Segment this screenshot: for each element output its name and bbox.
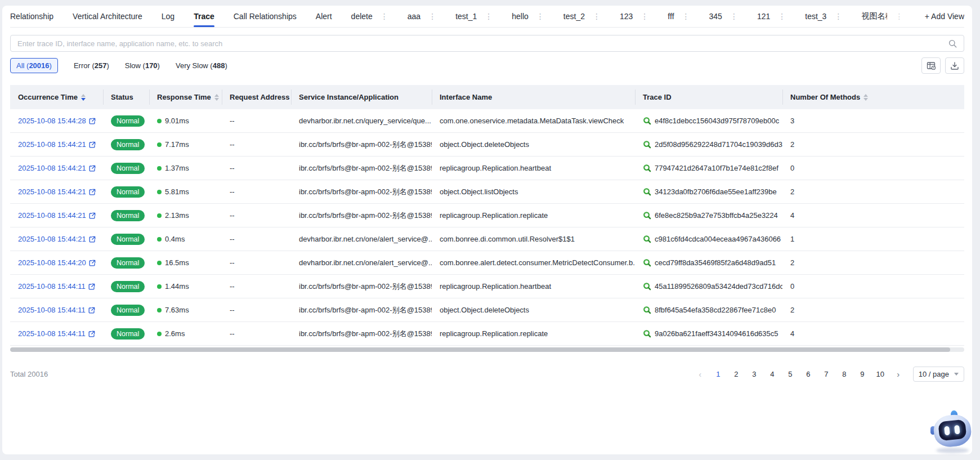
tab-kebab-menu-icon[interactable]: ⋮ bbox=[485, 12, 493, 21]
add-view-button[interactable]: + Add View bbox=[923, 12, 964, 21]
view-tab-test-1[interactable]: test_1⋮ bbox=[455, 6, 493, 27]
page-button-3[interactable]: 3 bbox=[748, 367, 761, 382]
filter-tab-very-slow[interactable]: Very Slow (488) bbox=[176, 59, 227, 73]
view-tab-log[interactable]: Log bbox=[162, 6, 174, 27]
view-tab-label: 345 bbox=[709, 12, 722, 21]
cell-trace-id: cecd79ff8da35469f85f2a6d48d9ad51 bbox=[635, 251, 782, 274]
robot-eye-left bbox=[944, 426, 950, 436]
download-button[interactable] bbox=[945, 57, 964, 74]
cell-interface-name: replicagroup.Replication.replicate bbox=[432, 204, 635, 227]
occurrence-time-link[interactable]: 2025-10-08 15:44:11 bbox=[18, 282, 95, 291]
cell-status: Normal bbox=[103, 204, 149, 227]
view-tab-alert[interactable]: Alert bbox=[316, 6, 332, 27]
column-header-label: Trace ID bbox=[643, 93, 672, 101]
filter-tab-slow[interactable]: Slow (170) bbox=[125, 59, 160, 73]
view-tab-hello[interactable]: hello⋮ bbox=[512, 6, 544, 27]
cell-service-instance: devharbor.ibr.net.cn/one/alert_service@.… bbox=[291, 227, 432, 251]
occurrence-time-link[interactable]: 2025-10-08 15:44:20 bbox=[18, 258, 96, 267]
filter-label: Error ( bbox=[74, 61, 95, 70]
page-next-button[interactable]: › bbox=[892, 367, 905, 382]
view-tab-aaa[interactable]: aaa⋮ bbox=[408, 6, 436, 27]
search-icon[interactable] bbox=[948, 39, 957, 48]
tab-kebab-menu-icon[interactable]: ⋮ bbox=[428, 12, 436, 21]
cell-interface-name: object.Object.deleteObjects bbox=[432, 298, 635, 321]
view-tab-label: Trace bbox=[194, 12, 214, 21]
column-header-label: Status bbox=[111, 93, 133, 101]
cell-status: Normal bbox=[103, 298, 149, 321]
trace-magnifier-icon bbox=[643, 140, 651, 149]
cell-request-address: -- bbox=[222, 298, 291, 321]
page-size-select[interactable]: 10 / page bbox=[913, 367, 964, 382]
table-toolbar bbox=[921, 57, 964, 74]
assistant-robot-button[interactable] bbox=[928, 408, 979, 454]
tab-kebab-menu-icon[interactable]: ⋮ bbox=[536, 12, 544, 21]
page-button-6[interactable]: 6 bbox=[802, 367, 815, 382]
trace-magnifier-icon bbox=[643, 282, 651, 291]
occurrence-time-link[interactable]: 2025-10-08 15:44:11 bbox=[18, 306, 95, 314]
page-button-2[interactable]: 2 bbox=[730, 367, 743, 382]
tab-kebab-menu-icon[interactable]: ⋮ bbox=[682, 12, 690, 21]
column-header-number-of-methods[interactable]: Number Of Methods bbox=[782, 85, 964, 109]
view-tab-trace[interactable]: Trace bbox=[194, 6, 214, 27]
cell-response-time: 7.17ms bbox=[149, 133, 222, 156]
occurrence-time-link[interactable]: 2025-10-08 15:44:28 bbox=[18, 117, 96, 125]
filter-tab-all[interactable]: All (20016) bbox=[10, 58, 58, 73]
cell-status: Normal bbox=[103, 180, 149, 203]
occurrence-time-link[interactable]: 2025-10-08 15:44:21 bbox=[18, 235, 96, 243]
view-tab-call-relationships[interactable]: Call Relationships bbox=[234, 6, 297, 27]
page-button-1[interactable]: 1 bbox=[711, 367, 725, 382]
cell-number-of-methods: 3 bbox=[782, 109, 964, 132]
view-tabs: RelationshipVertical ArchitectureLogTrac… bbox=[10, 6, 922, 27]
view-tab-relationship[interactable]: Relationship bbox=[10, 6, 53, 27]
view-tab-123[interactable]: 123⋮ bbox=[620, 6, 648, 27]
column-header-label: Service Instance/Application bbox=[299, 93, 399, 101]
sort-icon[interactable] bbox=[863, 94, 868, 101]
tab-kebab-menu-icon[interactable]: ⋮ bbox=[730, 12, 738, 21]
cell-status: Normal bbox=[103, 133, 149, 156]
page-button-4[interactable]: 4 bbox=[766, 367, 779, 382]
cell-number-of-methods: 2 bbox=[782, 180, 964, 203]
cell-service-instance: ibr.cc/brfs/brfs@br-apm-002-别名@15389 bbox=[291, 204, 432, 227]
page-button-5[interactable]: 5 bbox=[784, 367, 797, 382]
status-badge: Normal bbox=[111, 115, 145, 127]
view-tab-345[interactable]: 345⋮ bbox=[709, 6, 738, 27]
filter-paren: ) bbox=[106, 61, 109, 70]
occurrence-time-link[interactable]: 2025-10-08 15:44:21 bbox=[18, 140, 96, 149]
occurrence-time-link[interactable]: 2025-10-08 15:44:11 bbox=[18, 329, 95, 338]
tab-kebab-menu-icon[interactable]: ⋮ bbox=[641, 12, 648, 21]
response-time-value: 7.17ms bbox=[165, 140, 189, 149]
cell-response-time: 2.13ms bbox=[149, 204, 222, 227]
cell-occurrence-time: 2025-10-08 15:44:28 bbox=[10, 109, 103, 132]
cell-interface-name: object.Object.listObjects bbox=[432, 180, 635, 203]
occurrence-time-link[interactable]: 2025-10-08 15:44:21 bbox=[18, 211, 96, 220]
search-input[interactable] bbox=[17, 39, 948, 48]
column-header-occurrence-time[interactable]: Occurrence Time bbox=[10, 85, 103, 109]
sort-icon[interactable] bbox=[214, 94, 219, 101]
sort-asc-caret bbox=[214, 94, 219, 97]
filter-tab-error[interactable]: Error (257) bbox=[74, 59, 109, 73]
occurrence-time-link[interactable]: 2025-10-08 15:44:21 bbox=[18, 164, 96, 172]
view-tab-test-3[interactable]: test_3⋮ bbox=[805, 6, 842, 27]
filter-count: 257 bbox=[95, 61, 107, 70]
view-tab-test-2[interactable]: test_2⋮ bbox=[563, 6, 601, 27]
occurrence-time-link[interactable]: 2025-10-08 15:44:21 bbox=[18, 187, 96, 196]
view-tab-vertical-architecture[interactable]: Vertical Architecture bbox=[73, 6, 142, 27]
page-button-9[interactable]: 9 bbox=[856, 367, 869, 382]
tab-kebab-menu-icon[interactable]: ⋮ bbox=[778, 12, 786, 21]
cell-request-address: -- bbox=[222, 322, 291, 345]
sort-icon[interactable] bbox=[81, 94, 86, 101]
view-tab-delete[interactable]: delete⋮ bbox=[351, 6, 388, 27]
column-settings-button[interactable] bbox=[921, 57, 941, 74]
filter-tabs: All (20016)Error (257)Slow (170)Very Slo… bbox=[10, 58, 243, 73]
page-button-8[interactable]: 8 bbox=[838, 367, 851, 382]
view-tab-121[interactable]: 121⋮ bbox=[757, 6, 786, 27]
view-tab-fff[interactable]: fff⋮ bbox=[668, 6, 690, 27]
tab-kebab-menu-icon[interactable]: ⋮ bbox=[834, 12, 842, 21]
page-button-10[interactable]: 10 bbox=[874, 367, 887, 382]
tab-kebab-menu-icon[interactable]: ⋮ bbox=[593, 12, 601, 21]
column-header-response-time[interactable]: Response Time bbox=[149, 85, 222, 109]
robot-eye-right bbox=[954, 425, 960, 435]
page-button-7[interactable]: 7 bbox=[820, 367, 833, 382]
horizontal-scrollbar-thumb[interactable] bbox=[10, 347, 950, 352]
tab-kebab-menu-icon[interactable]: ⋮ bbox=[381, 12, 388, 21]
